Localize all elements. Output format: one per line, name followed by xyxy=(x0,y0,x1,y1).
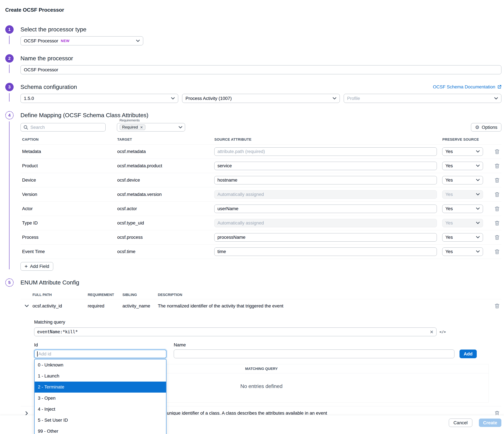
preserve-source-select[interactable]: Yes xyxy=(442,219,483,227)
step-4-number: 4 xyxy=(5,111,14,120)
trash-icon[interactable] xyxy=(495,249,500,254)
map-target: ocsf.metadata xyxy=(117,149,214,154)
chevron-down-icon xyxy=(476,236,480,239)
add-id-placeholder: Add id xyxy=(38,351,51,357)
expand-row-icon[interactable] xyxy=(25,411,28,416)
step-3-rail: 3 xyxy=(0,83,20,103)
table-row: Type ID ocsf.type_uid Yes xyxy=(20,216,502,230)
dropdown-option[interactable]: 3 - Open xyxy=(35,393,166,404)
trash-icon[interactable] xyxy=(495,303,500,309)
doc-link-label: OCSF Schema Documentation xyxy=(433,84,495,90)
schema-class-select[interactable]: Process Activity (1007) xyxy=(182,94,340,103)
source-attribute-input[interactable] xyxy=(214,233,437,241)
step-1-rail: 1 xyxy=(0,25,20,46)
chevron-down-icon xyxy=(136,40,140,42)
processor-name-input[interactable] xyxy=(20,65,502,74)
enum-table-header: FULL PATH REQUIREMENT SIBLING DESCRIPTIO… xyxy=(20,291,502,299)
source-attribute-input[interactable] xyxy=(214,148,437,156)
trash-icon[interactable] xyxy=(495,235,500,240)
source-attribute-input[interactable] xyxy=(214,205,437,213)
dropdown-option[interactable]: 99 - Other xyxy=(35,426,166,434)
preserve-source-select[interactable]: Yes xyxy=(442,162,483,170)
add-field-label: Add Field xyxy=(30,264,49,269)
cancel-button[interactable]: Cancel xyxy=(449,419,472,427)
mapping-search[interactable] xyxy=(20,123,106,131)
step-4-heading: Define Mapping (OCSF Schema Class Attrib… xyxy=(20,111,502,120)
requirements-filter-select[interactable]: Required × xyxy=(117,123,185,131)
preserve-source-select[interactable]: Yes xyxy=(442,176,483,184)
source-attribute-input[interactable] xyxy=(214,190,437,199)
dropdown-option[interactable]: 0 - Unknown xyxy=(35,359,166,370)
map-target: ocsf.metadata.product xyxy=(117,163,214,168)
preserve-source-select[interactable]: Yes xyxy=(442,205,483,213)
enum-requirement: required xyxy=(88,303,123,309)
add-id-input[interactable]: Add id xyxy=(34,350,167,358)
table-row: Process ocsf.process Yes xyxy=(20,230,502,245)
name-label: Name xyxy=(174,342,454,348)
table-row: Device ocsf.device Yes xyxy=(20,173,502,187)
id-label: Id xyxy=(34,342,167,348)
step-4-rail: 4 xyxy=(0,111,20,271)
preserve-source-select[interactable]: Yes xyxy=(442,233,483,241)
schema-version-select[interactable]: 1.5.0 xyxy=(20,94,178,103)
enum-name-input[interactable] xyxy=(174,350,454,358)
column-header-sibling: SIBLING xyxy=(122,293,158,297)
options-button[interactable]: ⚙ Options xyxy=(471,123,501,131)
source-attribute-input[interactable] xyxy=(214,162,437,170)
search-input[interactable] xyxy=(30,125,102,130)
table-row: Actor ocsf.actor Yes xyxy=(20,202,502,216)
add-field-button[interactable]: + Add Field xyxy=(20,262,53,270)
options-label: Options xyxy=(482,125,497,130)
column-header-preserve-source: PRESERVE SOURCE xyxy=(442,137,488,142)
source-attribute-input[interactable] xyxy=(214,176,437,184)
step-5-number: 5 xyxy=(5,278,14,287)
matching-query-input[interactable]: eventName:*kill* × xyxy=(34,328,437,336)
trash-icon[interactable] xyxy=(495,192,500,197)
source-attribute-input[interactable] xyxy=(214,219,437,227)
trash-icon[interactable] xyxy=(495,163,500,169)
dropdown-option[interactable]: 1 - Launch xyxy=(35,370,166,382)
map-target: ocsf.actor xyxy=(117,206,214,211)
remove-chip-icon[interactable]: × xyxy=(140,125,143,130)
map-caption: Device xyxy=(20,177,117,183)
chevron-down-icon xyxy=(179,126,182,129)
step-3-number: 3 xyxy=(5,83,14,91)
processor-type-select[interactable]: OCSF Processor NEW xyxy=(20,36,143,45)
step-3-section: 3 Schema configuration OCSF Schema Docum… xyxy=(0,83,501,111)
preserve-source-select[interactable]: Yes xyxy=(442,248,483,256)
dropdown-option[interactable]: 4 - Inject xyxy=(35,404,166,415)
source-attribute-input[interactable] xyxy=(214,248,437,256)
column-header-description: DESCRIPTION xyxy=(158,293,488,297)
create-ocsf-processor-page: Create OCSF Processor 1 Select the proce… xyxy=(0,0,504,420)
trash-icon[interactable] xyxy=(495,221,500,226)
step-2-rail: 2 xyxy=(0,54,20,74)
map-caption: Actor xyxy=(20,206,117,211)
column-header-requirement: REQUIREMENT xyxy=(88,293,123,297)
preserve-source-select[interactable]: Yes xyxy=(442,190,483,199)
preserve-value: Yes xyxy=(445,220,453,226)
preserve-value: Yes xyxy=(445,149,453,154)
create-button[interactable]: Create xyxy=(479,419,502,427)
step-5-rail: 5 xyxy=(0,278,20,420)
plus-icon: + xyxy=(25,264,28,269)
id-options-dropdown: 0 - Unknown 1 - Launch 2 - Terminate 3 -… xyxy=(34,359,167,434)
clear-query-icon[interactable]: × xyxy=(430,329,433,335)
profile-select[interactable]: Profile xyxy=(344,94,501,103)
enum-full-path: ocsf.activity_id xyxy=(33,303,88,309)
dropdown-option[interactable]: 5 - Set User ID xyxy=(35,415,166,426)
trash-icon[interactable] xyxy=(495,178,500,183)
code-editor-icon[interactable]: </> xyxy=(440,330,446,334)
trash-icon[interactable] xyxy=(495,149,500,154)
trash-icon[interactable] xyxy=(495,206,500,212)
dropdown-option[interactable]: 2 - Terminate xyxy=(35,382,166,393)
mapping-table-header: CAPTION TARGET SOURCE ATTRIBUTE PRESERVE… xyxy=(20,135,502,144)
ocsf-schema-documentation-link[interactable]: OCSF Schema Documentation xyxy=(433,84,501,90)
chevron-down-icon xyxy=(333,97,336,100)
processor-type-value: OCSF Processor xyxy=(24,38,58,44)
collapse-row-icon[interactable] xyxy=(25,305,29,307)
preserve-source-select[interactable]: Yes xyxy=(442,148,483,156)
matching-query-value: eventName:*kill* xyxy=(37,329,78,334)
chevron-down-icon xyxy=(494,97,498,100)
mapping-table: CAPTION TARGET SOURCE ATTRIBUTE PRESERVE… xyxy=(20,135,502,259)
add-button[interactable]: Add xyxy=(459,350,477,358)
